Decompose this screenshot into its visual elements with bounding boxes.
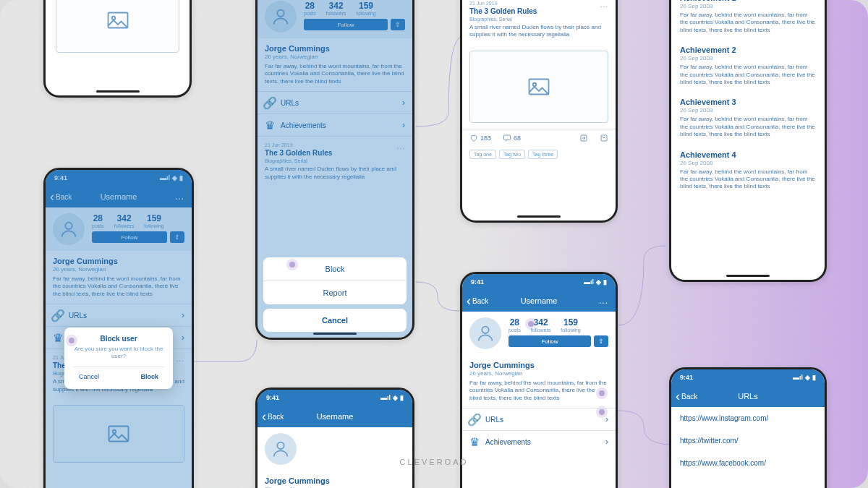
wifi-icon: ◈ <box>805 374 810 381</box>
phone-post-detail: ... 21 Jun 2019 The 3 Golden Rules Biogr… <box>460 0 618 223</box>
signal-icon: ▬ıl <box>584 278 594 286</box>
post-category: Biographies, Serial <box>469 17 608 22</box>
share-button[interactable]: ⇪ <box>594 335 608 347</box>
phone-wireframe-partial-top <box>43 0 192 98</box>
battery-icon: ▮ <box>812 374 816 381</box>
tag-list: Tag one Tag two Tag three <box>462 147 616 162</box>
follow-button[interactable]: Follow <box>509 335 591 347</box>
stat-followers[interactable]: 342followers <box>531 317 551 333</box>
flow-node <box>599 409 605 415</box>
bookmark-button[interactable] <box>600 134 608 142</box>
flow-node <box>528 321 534 327</box>
wifi-icon: ◈ <box>393 394 398 401</box>
phone-profile-action-sheet: Back Username ... 28posts 342followers 1… <box>255 0 414 340</box>
dialog-text: Are you sure you want to block the user? <box>73 346 164 361</box>
dialog-cancel-button[interactable]: Cancel <box>73 372 105 382</box>
back-button[interactable]: Back <box>676 390 697 403</box>
phone-achievements: Achievement 126 Sep 2008Far far away, be… <box>669 0 827 282</box>
nav-title: URLs <box>738 392 758 401</box>
nav-title: Username <box>521 296 558 305</box>
like-button[interactable]: 183 <box>469 134 491 142</box>
svg-point-6 <box>277 442 284 449</box>
phone-profile-main: 9:41 ▬ıl◈▮ Back Username ... 28posts 342… <box>460 272 618 488</box>
watermark: CLEVEROAD <box>400 458 469 466</box>
profile-header: 28posts 342followers 159following Follow… <box>462 312 616 355</box>
sheet-report-button[interactable]: Report <box>263 281 407 304</box>
svg-rect-9 <box>504 135 511 140</box>
tag[interactable]: Tag three <box>528 150 558 159</box>
home-indicator <box>96 90 140 93</box>
status-bar: 9:41 ▬ıl◈▮ <box>258 390 412 406</box>
nav-title: Username <box>317 412 354 421</box>
action-sheet: Block Report Cancel <box>263 257 407 332</box>
status-icons: ▬ıl◈▮ <box>793 374 816 381</box>
status-time: 9:41 <box>266 394 279 401</box>
flow-node <box>599 390 605 396</box>
status-icons: ▬ıl◈▮ <box>380 394 404 401</box>
post-date: 21 Jun 2019 <box>469 1 608 6</box>
home-indicator <box>726 275 770 277</box>
profile-subtitle: 26 years, Norwegian <box>469 370 608 377</box>
post-actions: 183 68 <box>462 129 616 147</box>
signal-icon: ▬ıl <box>793 374 803 381</box>
chevron-right-icon: › <box>605 437 608 447</box>
share-post-button[interactable] <box>579 134 588 142</box>
post-more-button[interactable]: ... <box>600 1 608 9</box>
chevron-right-icon: › <box>605 414 608 424</box>
status-bar: 9:41 ▬ıl◈▮ <box>671 369 825 385</box>
sheet-cancel-button[interactable]: Cancel <box>263 309 407 332</box>
avatar[interactable] <box>469 317 501 349</box>
comment-button[interactable]: 68 <box>503 134 521 142</box>
flow-node <box>289 262 295 267</box>
dialog-title: Block user <box>73 335 164 343</box>
achievement-item[interactable]: Achievement 426 Sep 2008Far far away, be… <box>671 145 825 197</box>
post-body: A small river named Duden flows by their… <box>469 24 608 39</box>
svg-point-8 <box>533 83 537 87</box>
url-link[interactable]: https://www.facebook.com/ <box>671 452 825 474</box>
stat-posts[interactable]: 28posts <box>509 317 521 333</box>
row-achievements[interactable]: ♛Achievements› <box>462 430 616 453</box>
achievement-item[interactable]: Achievement 326 Sep 2008Far far away, be… <box>671 92 825 144</box>
status-time: 9:41 <box>680 374 693 381</box>
phone-profile-blocked: 9:41 ▬ıl◈▮ Back Username Jorge Cummings … <box>255 388 414 488</box>
sheet-block-button[interactable]: Block <box>263 257 407 281</box>
image-placeholder <box>469 51 608 123</box>
phone-urls: 9:41 ▬ıl◈▮ Back URLs https://www.instagr… <box>669 367 827 488</box>
achievement-item[interactable]: Achievement 126 Sep 2008Far far away, be… <box>671 0 825 40</box>
battery-icon: ▮ <box>603 278 607 286</box>
status-icons: ▬ıl◈▮ <box>584 278 607 286</box>
back-button[interactable]: Back <box>467 294 488 307</box>
profile-header <box>258 427 412 471</box>
status-bar: 9:41 ▬ıl◈▮ <box>462 274 616 290</box>
signal-icon: ▬ıl <box>380 394 391 401</box>
home-indicator <box>517 215 561 218</box>
svg-point-12 <box>482 327 488 333</box>
tag[interactable]: Tag one <box>469 150 496 159</box>
row-urls[interactable]: 🔗URLs› <box>462 408 616 430</box>
profile-bio: Far far away, behind the word mountains,… <box>469 380 608 402</box>
achievement-item[interactable]: Achievement 226 Sep 2008Far far away, be… <box>671 40 825 92</box>
battery-icon: ▮ <box>400 394 404 401</box>
stat-following[interactable]: 159following <box>561 317 580 333</box>
image-placeholder <box>56 0 179 53</box>
post-card[interactable]: ... 21 Jun 2019 The 3 Golden Rules Biogr… <box>462 0 616 45</box>
svg-point-1 <box>111 17 115 20</box>
phone-profile-block-dialog: 9:41 ▬ıl ◈ ▮ Back Username ... 28posts 3… <box>43 168 194 488</box>
nav-more-button[interactable]: ... <box>599 296 608 306</box>
post-title: The 3 Golden Rules <box>469 7 608 15</box>
tag[interactable]: Tag two <box>499 150 525 159</box>
flow-node <box>69 338 75 343</box>
nav-bar: Back URLs <box>671 385 825 407</box>
wifi-icon: ◈ <box>596 278 601 286</box>
trophy-icon: ♛ <box>469 437 480 447</box>
block-user-dialog: Block user Are you sure you want to bloc… <box>64 328 173 389</box>
url-link[interactable]: https://twitter.com/ <box>671 429 825 452</box>
url-link[interactable]: https://www.instagram.com/ <box>671 407 825 429</box>
avatar[interactable] <box>265 433 297 465</box>
back-button[interactable]: Back <box>262 410 284 423</box>
profile-name: Jorge Cummings <box>469 361 608 369</box>
dialog-block-button[interactable]: Block <box>135 372 164 382</box>
profile-name: Jorge Cummings <box>265 476 405 485</box>
nav-bar: Back Username ... <box>462 290 616 312</box>
link-icon: 🔗 <box>469 414 480 424</box>
